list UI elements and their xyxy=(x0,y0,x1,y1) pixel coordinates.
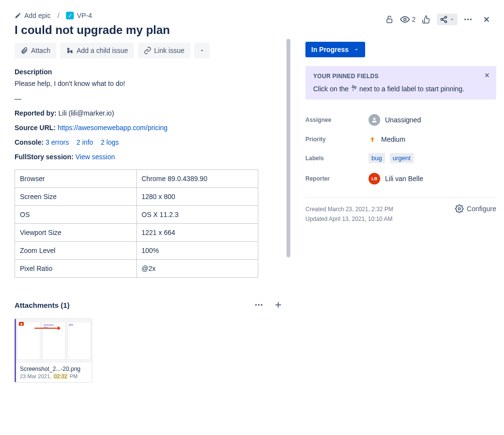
created-date: Created March 23, 2021, 2:32 PM xyxy=(305,204,393,214)
more-actions-caret[interactable] xyxy=(194,43,210,58)
svg-point-10 xyxy=(470,18,471,20)
share-button[interactable] xyxy=(437,14,457,25)
assignee-field[interactable]: Assignee Unassigned xyxy=(298,109,496,131)
environment-table: BrowserChrome 89.0.4389.90 Screen Size12… xyxy=(15,169,258,278)
table-cell-value: OS X 11.2.3 xyxy=(136,206,258,224)
attachment-card[interactable]: ◼ $0 Standard$49 $99 Screenshot_2...-20.… xyxy=(15,318,92,383)
unlock-icon xyxy=(385,15,394,24)
watchers[interactable]: 2 xyxy=(400,15,416,24)
table-row: OSOS X 11.2.3 xyxy=(15,206,258,224)
pinned-title: YOUR PINNED FIELDS xyxy=(313,73,488,80)
console-errors-link[interactable]: 3 errors xyxy=(46,138,69,146)
lock-button[interactable] xyxy=(382,12,397,27)
action-buttons-row: Attach Add a child issue Link issue xyxy=(15,43,286,58)
table-cell-key: Browser xyxy=(15,170,137,188)
scrollbar[interactable] xyxy=(286,39,290,257)
description-text[interactable]: Please help, I don't know what to do! xyxy=(15,79,286,89)
attachments-add-button[interactable] xyxy=(270,297,286,313)
updated-date: Updated April 13, 2021, 10:10 AM xyxy=(305,214,393,224)
status-dropdown[interactable]: In Progress xyxy=(305,42,365,57)
attachments-title: Attachments (1) xyxy=(15,301,69,309)
pin-icon xyxy=(350,84,359,93)
thumbs-up-icon xyxy=(422,15,431,24)
labels-field[interactable]: Labels bug urgent xyxy=(298,148,496,168)
attachment-filename: Screenshot_2...-20.png xyxy=(20,366,88,372)
table-row: Viewport Size1221 x 664 xyxy=(15,224,258,242)
close-button[interactable] xyxy=(479,12,494,27)
like-button[interactable] xyxy=(419,12,434,27)
svg-point-6 xyxy=(441,18,443,20)
link-issue-button[interactable]: Link issue xyxy=(138,43,190,58)
avatar-unassigned xyxy=(369,114,380,126)
attachment-thumbnail: ◼ $0 Standard$49 $99 xyxy=(16,319,92,363)
svg-point-8 xyxy=(465,18,466,20)
label-tag[interactable]: bug xyxy=(369,153,385,163)
attachment-date: 23 Mar 2021, 02:32 PM xyxy=(20,373,88,379)
svg-point-11 xyxy=(373,117,376,120)
more-icon xyxy=(463,15,473,24)
reported-by-line: Reported by: Lili (lili@marker.io) xyxy=(15,109,286,117)
pinned-fields-box: YOUR PINNED FIELDS Click on the next to … xyxy=(305,66,496,100)
breadcrumb: Add epic / ✓ VP-4 xyxy=(15,12,92,19)
priority-value: Medium xyxy=(381,135,405,143)
pinned-close-button[interactable] xyxy=(484,72,490,79)
console-info-link[interactable]: 2 info xyxy=(77,138,93,146)
add-epic-link[interactable]: Add epic xyxy=(15,12,50,19)
reported-by-value: Lili (lili@marker.io) xyxy=(56,109,114,117)
console-logs-link[interactable]: 2 logs xyxy=(101,138,118,146)
timestamps: Created March 23, 2021, 2:32 PM Updated … xyxy=(305,204,393,224)
chevron-down-icon xyxy=(199,48,205,53)
svg-point-5 xyxy=(445,16,447,18)
attachments-more-button[interactable] xyxy=(251,297,267,313)
attach-icon xyxy=(20,47,28,54)
pinned-text: Click on the next to a field label to st… xyxy=(313,84,488,93)
svg-point-0 xyxy=(255,304,257,305)
priority-field[interactable]: Priority Medium xyxy=(298,131,496,148)
fullstory-link[interactable]: View session xyxy=(75,153,115,161)
issue-title[interactable]: I could not upgrade my plan xyxy=(15,23,286,37)
assignee-label: Assignee xyxy=(305,117,369,123)
divider-dash: — xyxy=(15,95,286,102)
more-icon xyxy=(254,300,264,310)
pencil-icon xyxy=(15,12,21,19)
fullstory-label: FullStory session: xyxy=(15,153,73,161)
source-url-line: Source URL: https://awesomewebapp.com/pr… xyxy=(15,124,286,132)
svg-point-4 xyxy=(404,18,406,21)
svg-point-7 xyxy=(445,21,447,23)
table-cell-value: 100% xyxy=(136,242,258,260)
add-epic-label: Add epic xyxy=(24,12,50,19)
reporter-field[interactable]: Reporter LB Lili van Belle xyxy=(298,168,496,189)
svg-point-12 xyxy=(458,208,461,210)
labels-label: Labels xyxy=(305,155,369,162)
table-cell-value: Chrome 89.0.4389.90 xyxy=(136,170,258,188)
table-row: Screen Size1280 x 800 xyxy=(15,188,258,206)
table-row: BrowserChrome 89.0.4389.90 xyxy=(15,170,258,188)
attach-button[interactable]: Attach xyxy=(15,43,56,58)
fullstory-line: FullStory session: View session xyxy=(15,153,286,161)
source-url-link[interactable]: https://awesomewebapp.com/pricing xyxy=(58,124,168,132)
status-label: In Progress xyxy=(311,46,349,53)
priority-label: Priority xyxy=(305,136,369,143)
reported-by-label: Reported by: xyxy=(15,109,56,117)
link-icon xyxy=(144,47,151,54)
issue-key-label: VP-4 xyxy=(77,12,92,19)
table-row: Pixel Ratio@2x xyxy=(15,260,258,278)
gear-icon xyxy=(455,204,464,213)
console-line: Console: 3 errors 2 info 2 logs xyxy=(15,138,286,146)
configure-button[interactable]: Configure xyxy=(455,204,496,213)
svg-point-1 xyxy=(258,304,259,305)
table-cell-key: OS xyxy=(15,206,137,224)
plus-icon xyxy=(273,300,283,310)
table-cell-key: Zoom Level xyxy=(15,242,137,260)
issue-key[interactable]: ✓ VP-4 xyxy=(66,12,92,19)
label-tag[interactable]: urgent xyxy=(390,153,414,163)
share-icon xyxy=(440,16,448,23)
add-child-button[interactable]: Add a child issue xyxy=(60,43,134,58)
more-button[interactable] xyxy=(460,12,476,27)
attach-label: Attach xyxy=(31,47,50,54)
table-cell-key: Pixel Ratio xyxy=(15,260,137,278)
eye-icon xyxy=(400,15,410,24)
table-cell-value: 1280 x 800 xyxy=(136,188,258,206)
reporter-avatar: LB xyxy=(369,173,380,184)
reporter-value: Lili van Belle xyxy=(385,175,423,183)
